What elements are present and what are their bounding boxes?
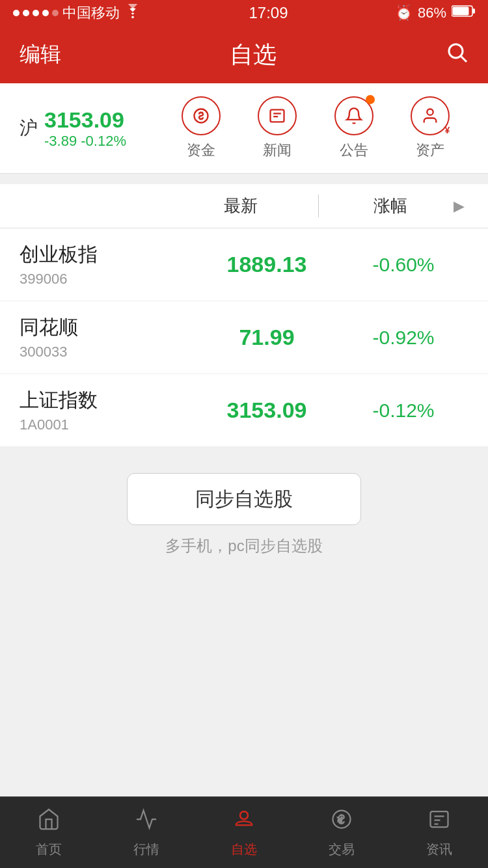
stock-price-2: 71.99 [195,325,338,350]
funds-label: 资金 [187,141,215,160]
stock-list: 创业板指 399006 1889.13 -0.60% 同花顺 300033 71… [0,228,488,447]
sync-area: 同步自选股 多手机，pc同步自选股 [0,473,488,556]
nav-label-news: 资讯 [426,841,452,858]
stock-name-1: 创业板指 [20,241,195,268]
status-right: ⏰ 86% [395,5,475,21]
table-header: 最新 涨幅 ▶ [0,184,488,228]
quick-icon-news[interactable]: 新闻 [258,96,297,160]
col-arrow-header[interactable]: ▶ [449,198,468,215]
svg-line-5 [461,56,467,61]
carrier-label: 中国移动 [62,3,120,23]
stock-code-3: 1A0001 [20,416,195,433]
svg-text:¥: ¥ [337,816,342,825]
svg-point-0 [131,16,134,18]
bottom-nav: 首页 行情 自选 ¥ 交易 [0,796,488,868]
stock-row[interactable]: 上证指数 1A0001 3153.09 -0.12% [0,374,488,447]
watchlist-icon [232,807,256,837]
market-values: 3153.09 -3.89 -0.12% [44,107,126,150]
alarm-icon: ⏰ [395,5,413,21]
header: 编辑 自选 [0,26,488,83]
stock-row[interactable]: 同花顺 300033 71.99 -0.92% [0,301,488,374]
svg-rect-15 [431,811,448,827]
nav-label-watchlist: 自选 [231,841,257,858]
stock-change-2: -0.92% [338,327,468,349]
market-icon [135,807,158,837]
market-label: 沪 [20,116,38,141]
stock-change-1: -0.60% [338,254,468,276]
nav-item-home[interactable]: 首页 [36,807,62,858]
status-bar: 中国移动 17:09 ⏰ 86% [0,0,488,26]
nav-label-market: 行情 [133,841,159,858]
assets-icon: ¥ [411,96,450,135]
edit-button[interactable]: 编辑 [20,40,61,69]
news-label: 新闻 [263,141,291,160]
nav-item-trade[interactable]: ¥ 交易 [329,807,355,858]
col-latest-header: 最新 [176,195,319,217]
search-button[interactable] [445,40,468,70]
market-index[interactable]: 沪 3153.09 -3.89 -0.12% [20,107,163,150]
news-icon [258,96,297,135]
status-left: 中国移动 [13,3,142,23]
trade-icon: ¥ [330,807,353,837]
market-price: 3153.09 [44,107,126,133]
stock-info-2: 同花顺 300033 [20,314,195,360]
news-nav-icon [427,807,451,837]
wifi-icon [124,4,142,22]
stock-code-1: 399006 [20,271,195,288]
battery-icon [452,5,475,21]
stock-name-2: 同花顺 [20,314,195,341]
stock-name-3: 上证指数 [20,387,195,414]
stock-price-1: 1889.13 [195,252,338,277]
nav-item-news[interactable]: 资讯 [426,807,452,858]
assets-label: 资产 [416,141,444,160]
funds-icon [182,96,221,135]
svg-rect-2 [472,8,475,14]
nav-label-home: 首页 [36,841,62,858]
svg-point-10 [427,109,433,115]
quick-icon-assets[interactable]: ¥ 资产 [411,96,450,160]
nav-item-market[interactable]: 行情 [133,807,159,858]
quick-icons: 资金 新闻 [163,96,468,160]
market-change: -3.89 -0.12% [44,133,126,150]
svg-point-4 [449,44,463,58]
col-change-header: 涨幅 [319,195,449,217]
market-summary-bar: 沪 3153.09 -3.89 -0.12% 资金 [0,83,488,174]
stock-price-3: 3153.09 [195,398,338,423]
home-icon [37,807,61,837]
sync-button[interactable]: 同步自选股 [127,473,361,525]
announcement-label: 公告 [340,141,368,160]
svg-rect-3 [452,7,468,16]
signal-dots [13,10,59,16]
stock-code-2: 300033 [20,344,195,360]
stock-change-3: -0.12% [338,400,468,422]
announcement-icon [334,96,373,135]
status-time: 17:09 [249,4,288,22]
svg-point-12 [240,811,248,819]
main-content: 沪 3153.09 -3.89 -0.12% 资金 [0,83,488,660]
stock-row[interactable]: 创业板指 399006 1889.13 -0.60% [0,228,488,301]
stock-info-1: 创业板指 399006 [20,241,195,288]
stock-info-3: 上证指数 1A0001 [20,387,195,433]
nav-label-trade: 交易 [329,841,355,858]
quick-icon-announcement[interactable]: 公告 [334,96,373,160]
battery-label: 86% [418,5,446,21]
announcement-badge [366,95,375,104]
sync-hint: 多手机，pc同步自选股 [165,536,322,556]
nav-item-watchlist[interactable]: 自选 [231,807,257,858]
page-title: 自选 [230,39,277,71]
quick-icon-funds[interactable]: 资金 [182,96,221,160]
